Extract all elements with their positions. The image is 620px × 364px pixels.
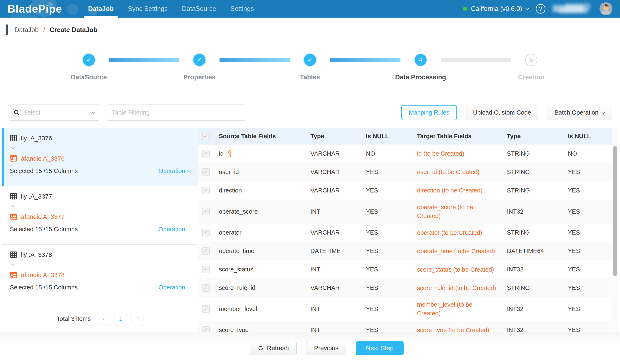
step-number: 4 (415, 54, 427, 66)
pagination-page-1-button[interactable]: 1 (115, 313, 127, 325)
table-scrollbar-thumb[interactable] (613, 146, 617, 276)
nav-item-settings[interactable]: Settings (223, 0, 261, 18)
target-type: STRING (502, 279, 563, 297)
row-checkbox[interactable]: ✓ (202, 284, 210, 292)
avatar[interactable] (600, 2, 612, 15)
select-all-checkbox[interactable]: ✓ (202, 133, 210, 140)
pagination-prev-button[interactable] (98, 313, 110, 325)
operation-dropdown-link[interactable]: Operation (158, 167, 190, 174)
table-row: ✓ direction VARCHAR YES direction (to be… (198, 181, 612, 200)
help-icon[interactable]: ? (536, 4, 545, 14)
row-checkbox[interactable]: ✓ (202, 187, 210, 194)
table-toolbar: Select Mapping Rules Upload Custom Code … (2, 97, 618, 128)
chevron-down-icon (11, 146, 15, 149)
source-nullable: YES (361, 200, 412, 223)
target-field-name: operator (to be Created) (412, 224, 502, 242)
breadcrumb: DataJob / Create DataJob (0, 18, 620, 41)
row-checkbox[interactable]: ✓ (202, 305, 210, 313)
source-type: INT (305, 200, 361, 223)
source-type: VARCHAR (305, 163, 361, 181)
target-field-name: score_type (to be Created) (412, 321, 502, 332)
table-add-icon (10, 155, 17, 162)
table-list-item[interactable]: lly .A_3377 afanqie A_33 (2, 186, 198, 245)
source-type: VARCHAR (305, 279, 361, 297)
table-filter-input[interactable] (106, 105, 246, 121)
step-check-icon: ✓ (193, 54, 205, 66)
chevron-down-icon (187, 227, 191, 231)
refresh-button[interactable]: Refresh (250, 341, 297, 355)
row-checkbox[interactable]: ✓ (202, 150, 210, 157)
source-type: INT (305, 260, 361, 279)
source-nullable: YES (361, 279, 412, 297)
target-table-name: afanqie A_3376 (21, 155, 65, 162)
main-nav: DataJob Sync Settings DataSource Setting… (81, 0, 261, 18)
region-selector[interactable]: California (v0.6.0) (463, 5, 529, 13)
operation-dropdown-link[interactable]: Operation (158, 226, 190, 233)
target-field-name: score_rule_id (to be Created) (412, 279, 502, 297)
nav-item-sync-settings[interactable]: Sync Settings (121, 0, 175, 18)
target-field-name: direction (to be Created) (412, 181, 502, 200)
previous-button[interactable]: Previous (306, 341, 346, 355)
table-scrollbar-track[interactable] (612, 128, 618, 332)
table-grid-icon (10, 135, 17, 142)
row-checkbox[interactable]: ✓ (202, 168, 210, 176)
row-checkbox[interactable]: ✓ (202, 208, 210, 215)
target-nullable: YES (563, 279, 612, 297)
source-field-name: operate_score (214, 200, 305, 223)
chevron-down-icon (525, 6, 529, 10)
source-nullable: YES (361, 242, 412, 260)
chevron-down-icon (11, 204, 15, 208)
content-split: lly .A_3376 afanqie A_33 (2, 128, 618, 332)
source-nullable: NO (361, 145, 412, 163)
source-field-name: member_level (214, 297, 305, 321)
row-checkbox[interactable]: ✓ (202, 266, 210, 273)
table-list-panel: lly .A_3376 afanqie A_33 (2, 128, 198, 332)
navbar-right: California (v0.6.0) ? (463, 2, 612, 15)
row-checkbox[interactable]: ✓ (202, 229, 210, 236)
step-label: Data Processing (395, 74, 446, 81)
next-step-button[interactable]: Next Step (356, 341, 404, 355)
app-logo[interactable]: BladePipe (8, 2, 62, 15)
breadcrumb-parent[interactable]: DataJob (15, 26, 39, 34)
step-label: DataSource (71, 74, 107, 81)
toolbar-actions: Mapping Rules Upload Custom Code Batch O… (401, 105, 612, 120)
target-type: STRING (502, 181, 563, 200)
table-add-icon (10, 271, 17, 279)
create-datajob-card: ✓ DataSource ✓ Properties ✓ Tables 4 Dat… (2, 41, 618, 332)
chevron-down-icon (11, 262, 15, 266)
nav-item-datajob[interactable]: DataJob (81, 0, 121, 18)
table-list-item[interactable]: lly .A_3376 afanqie A_33 (2, 128, 198, 186)
step-number: 5 (525, 54, 537, 66)
step-check-icon: ✓ (83, 54, 95, 66)
breadcrumb-accent-bar (6, 25, 8, 35)
source-nullable: YES (361, 321, 412, 332)
nav-item-datasource[interactable]: DataSource (175, 0, 223, 18)
select-dropdown[interactable]: Select (8, 105, 100, 121)
target-nullable: YES (563, 242, 612, 260)
target-type: STRING (502, 224, 563, 242)
step-label: Properties (183, 74, 215, 81)
step-connector (330, 58, 401, 62)
upload-custom-code-button[interactable]: Upload Custom Code (466, 105, 538, 120)
operation-dropdown-link[interactable]: Operation (158, 284, 190, 291)
target-type: INT32 (502, 297, 563, 321)
step-connector (219, 58, 290, 62)
row-checkbox[interactable]: ✓ (202, 247, 210, 255)
row-checkbox[interactable]: ✓ (202, 326, 210, 332)
pagination-next-button[interactable] (131, 313, 143, 325)
source-field-name: score_type (214, 321, 305, 332)
target-type: INT32 (502, 321, 563, 332)
status-dot (463, 7, 467, 11)
batch-operation-button[interactable]: Batch Operation (547, 105, 612, 120)
step-datasource: ✓ DataSource (69, 54, 109, 81)
table-list-item[interactable]: lly .A_3378 afanqie A_33 (2, 245, 198, 303)
chevron-down-icon (187, 169, 191, 172)
table-row: ✓ id VARCHAR (198, 145, 612, 163)
table-row: ✓ user_id VARCHAR YES user_id (to be Cre… (198, 163, 612, 181)
mapping-rules-button[interactable]: Mapping Rules (401, 105, 457, 120)
column-header-source-type: Type (305, 128, 361, 144)
selected-columns-text: Selected 15 /15 Columns (10, 226, 78, 233)
region-label: California (v0.6.0) (471, 5, 522, 13)
target-type: STRING (502, 145, 563, 163)
source-field-name: id (219, 150, 224, 157)
